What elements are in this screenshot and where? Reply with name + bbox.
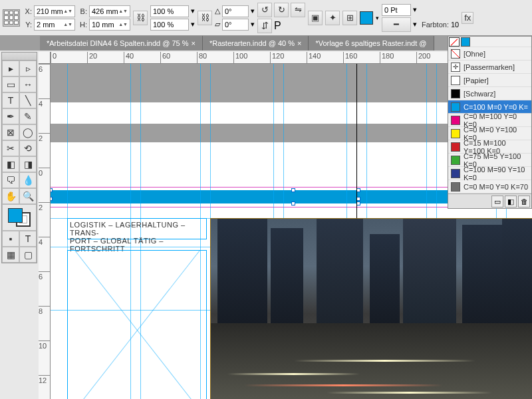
y-label: Y: [23, 21, 32, 29]
swatch-name: C=0 M=0 Y=0 K=70 [464, 183, 528, 191]
swatch-row[interactable]: [Schwarz] [448, 87, 531, 100]
align-menu-icon[interactable]: ⊞ [342, 11, 357, 25]
note-tool[interactable]: 🗨 [2, 172, 19, 188]
direct-selection-tool[interactable]: ▹ [19, 61, 37, 76]
gradient-swatch-tool[interactable]: ◧ [2, 156, 19, 172]
normal-view-icon[interactable]: ▦ [2, 247, 19, 263]
y-input[interactable]: 2 mm▲▼ [34, 19, 75, 31]
swatch-row[interactable]: C=100 M=90 Y=10 K=0 [448, 167, 531, 180]
swatch-chip [451, 116, 460, 125]
flip-v-icon[interactable]: ⇵ [257, 19, 272, 33]
fill-swatch-control[interactable] [360, 11, 373, 25]
preview-view-icon[interactable]: ▢ [19, 247, 37, 263]
effects-icon[interactable]: fx [462, 12, 473, 24]
hand-tool[interactable]: ✋ [2, 188, 19, 204]
link-scale-icon[interactable]: ⛓ [198, 11, 212, 25]
swatch-chip: ✛ [451, 63, 460, 72]
panel-fill-none-icon[interactable] [449, 37, 460, 47]
swatch-chip [451, 142, 460, 152]
x-input[interactable]: 210 mm▲▼ [34, 5, 75, 17]
swatch-name: [Ohne] [464, 50, 485, 58]
swatch-name: C=100 M=90 Y=10 K=0 [464, 166, 529, 182]
zoom-tool[interactable]: 🔍 [19, 188, 37, 204]
swatch-name: [Schwarz] [464, 90, 495, 98]
scale-x-input[interactable]: 100 % [150, 5, 189, 17]
swatch-row[interactable]: [Ohne] [448, 47, 531, 61]
width-input[interactable]: 426 mm▲▼ [89, 5, 130, 17]
rotate-input[interactable]: 0° [222, 5, 249, 17]
swatch-chip [451, 102, 460, 112]
swatch-name: [Passermarken] [464, 63, 515, 71]
selection-tool[interactable]: ▸ [2, 61, 19, 76]
constrain-proportions-icon[interactable]: ⛓ [133, 11, 148, 25]
page-tool[interactable]: ▭ [2, 76, 19, 92]
document-tab[interactable]: *Vorlage 6 spaltiges Raster.indt @ [309, 36, 434, 51]
new-swatch-icon[interactable]: ▭ [491, 196, 503, 207]
image-frame[interactable] [210, 218, 532, 399]
shear-input[interactable]: 0° [222, 19, 249, 31]
empty-frame[interactable] [67, 250, 207, 399]
close-icon[interactable]: × [297, 39, 301, 47]
toolbox: ▸▹ ▭↔ T╲ ✒✎ ⊠◯ ✂⟲ ◧◨ 🗨💧 ✋🔍 ▪T ▦▢ [1, 52, 37, 263]
type-tool[interactable]: T [2, 92, 19, 108]
fill-color[interactable] [8, 208, 23, 223]
scale-y-input[interactable]: 100 % [150, 19, 189, 31]
swatches-panel: [Ohne]✛[Passermarken][Papier][Schwarz]C=… [448, 36, 532, 209]
close-icon[interactable]: × [192, 39, 196, 47]
swatch-name: C=100 M=0 Y=0 K= [464, 103, 528, 111]
x-label: X: [23, 7, 32, 15]
document-tab[interactable]: *Arbeitsdatei DINA4 6 Spalten.indd @ 75 … [40, 36, 203, 51]
farbton-label: Farbton: [422, 21, 449, 29]
rotate-cw-icon[interactable]: ↻ [274, 3, 289, 17]
rectangle-tool[interactable]: ◯ [19, 124, 37, 140]
select-container-icon[interactable]: ▣ [308, 11, 323, 25]
apply-color-icon[interactable]: ▪ [2, 231, 19, 247]
panel-stroke-icon[interactable] [461, 37, 470, 47]
toolbox-grip[interactable] [2, 53, 37, 61]
control-bar: X: 210 mm▲▼ Y: 2 mm▲▼ B: 426 mm▲▼ H: 10 … [0, 0, 532, 36]
swatch-chip [451, 182, 460, 192]
farbton-value: 10 [451, 21, 459, 29]
gap-tool[interactable]: ↔ [19, 76, 37, 92]
swatch-chip [451, 129, 460, 138]
height-input[interactable]: 10 mm▲▼ [89, 19, 130, 31]
swatch-name: [Papier] [464, 76, 489, 84]
line-tool[interactable]: ╲ [19, 92, 37, 108]
stroke-style-dropdown[interactable]: ━ [382, 17, 411, 32]
pen-tool[interactable]: ✒ [2, 108, 19, 124]
vertical-ruler[interactable]: 642024681012 [39, 64, 51, 399]
h-label: H: [78, 21, 87, 29]
swatches-footer: ▭ ◧ 🗑 [448, 194, 531, 208]
delete-swatch-icon[interactable]: 🗑 [518, 196, 530, 207]
ruler-origin[interactable] [39, 52, 51, 64]
document-tab[interactable]: *Rasterarten.indd @ 40 %× [203, 36, 309, 51]
swatch-row[interactable]: [Papier] [448, 74, 531, 87]
formatting-text-icon[interactable]: T [19, 231, 37, 247]
rectangle-frame-tool[interactable]: ⊠ [2, 124, 19, 140]
swatch-chip [451, 156, 460, 165]
w-label: B: [78, 7, 87, 15]
new-swatch-btn[interactable]: ◧ [505, 196, 517, 207]
rotate-ccw-icon[interactable]: ↺ [257, 3, 272, 17]
paragraph-icon: P [274, 20, 281, 32]
reference-point-selector[interactable] [3, 9, 20, 27]
flip-h-icon[interactable]: ⇋ [291, 3, 305, 17]
pencil-tool[interactable]: ✎ [19, 108, 37, 124]
text-frame[interactable]: LOGISTIK – LAGERHALTUNG – TRANS- PORT – … [67, 218, 207, 239]
swatch-row[interactable]: ✛[Passermarken] [448, 61, 531, 74]
swatch-chip [451, 49, 460, 59]
placed-image [211, 219, 532, 399]
gradient-feather-tool[interactable]: ◨ [19, 156, 37, 172]
select-content-icon[interactable]: ✦ [325, 11, 340, 25]
swatch-chip [451, 169, 460, 178]
fill-stroke-toggle[interactable] [2, 204, 37, 231]
swatch-chip [451, 89, 460, 98]
scissors-tool[interactable]: ✂ [2, 140, 19, 156]
stroke-weight-input[interactable]: 0 Pt [382, 4, 411, 16]
free-transform-tool[interactable]: ⟲ [19, 140, 37, 156]
eyedropper-tool[interactable]: 💧 [19, 172, 37, 188]
text-line: LOGISTIK – LAGERHALTUNG – TRANS- [70, 221, 204, 237]
swatch-chip [451, 76, 460, 85]
swatch-row[interactable]: C=0 M=0 Y=0 K=70 [448, 180, 531, 194]
